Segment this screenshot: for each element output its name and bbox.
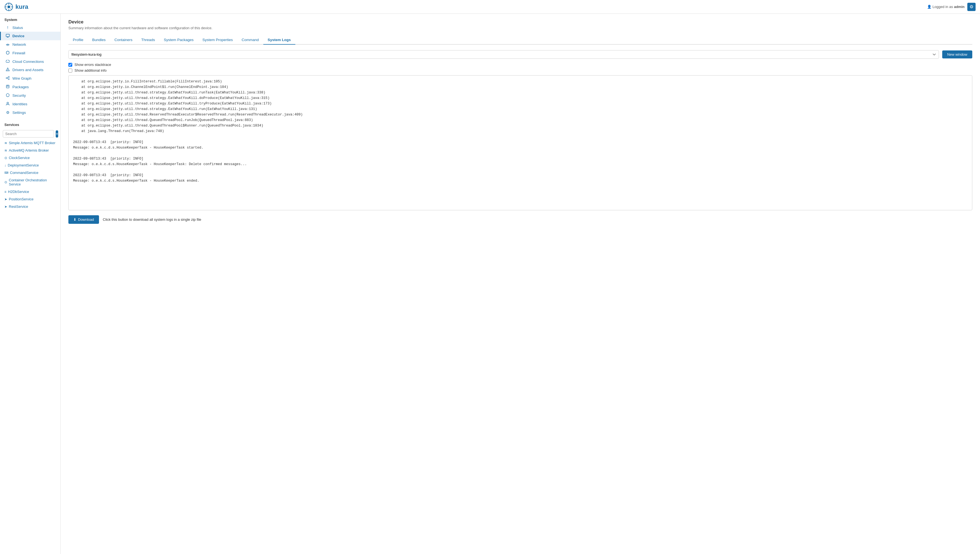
svg-point-16 [8,70,8,71]
sidebar-item-network[interactable]: Network [0,40,61,49]
sidebar-item-label: Identities [13,102,27,106]
status-icon: ! [5,25,10,30]
wire-graph-icon [5,76,10,81]
svg-line-8 [11,4,11,5]
sidebar-item-status[interactable]: ! Status [0,24,61,32]
svg-point-19 [8,78,10,80]
service-label: RestService [9,204,28,209]
download-row: ⬇ Download Click this button to download… [69,215,972,224]
tab-system-packages[interactable]: System Packages [159,35,198,45]
system-section-title: System [0,14,61,24]
service-label: DeploymentService [8,163,39,167]
service-label: Simple Artemis MQTT Broker [9,141,56,145]
sidebar-item-security[interactable]: Security [0,91,61,100]
service-item-container-orchestration[interactable]: ⊙ Container Orchestration Service [0,177,61,188]
tab-command[interactable]: Command [237,35,263,45]
tab-containers[interactable]: Containers [110,35,137,45]
device-icon [5,33,10,38]
firewall-icon [5,51,10,56]
sidebar-item-settings[interactable]: ⚙ Settings [0,108,61,116]
tab-system-logs[interactable]: System Logs [263,35,295,45]
service-icon: ≋ [5,148,7,153]
sidebar-item-label: Drivers and Assets [13,68,43,72]
sidebar-item-cloud-connections[interactable]: Cloud Connections [0,57,61,65]
service-label: PositionService [9,197,33,201]
tab-profile[interactable]: Profile [69,35,88,45]
add-service-button[interactable]: + [56,131,58,137]
cloud-icon [5,59,10,64]
service-item-h2db[interactable]: ≡ H2DbService [0,188,61,196]
download-icon: ⬇ [73,218,76,221]
service-icon: ≋ [5,141,7,145]
sidebar-item-drivers-assets[interactable]: Drivers and Assets [0,65,61,74]
tab-system-properties[interactable]: System Properties [198,35,237,45]
service-item-rest[interactable]: ➤ RestService [0,203,61,210]
sidebar-item-wire-graph[interactable]: Wire Graph [0,74,61,83]
packages-icon [5,84,10,89]
new-window-button[interactable]: New window [942,51,972,59]
svg-line-9 [6,8,7,10]
svg-point-25 [7,102,8,104]
download-label: Download [78,218,94,221]
svg-line-6 [6,4,7,5]
tab-threads[interactable]: Threads [137,35,159,45]
security-icon [5,93,10,98]
download-button[interactable]: ⬇ Download [69,215,99,224]
service-item-clock[interactable]: ⊙ ClockService [0,154,61,161]
sidebar-item-label: Packages [13,85,29,89]
svg-point-18 [8,76,10,78]
show-errors-stacktrace-checkbox[interactable] [69,63,72,67]
download-hint: Click this button to download all system… [103,218,201,221]
service-item-deployment[interactable]: ↓ DeploymentService [0,161,61,169]
sidebar-item-label: Status [13,25,23,30]
service-icon: ⊙ [5,156,7,160]
sidebar-item-label: Device [13,34,24,38]
service-label: ClockService [9,156,30,160]
sidebar-item-label: Cloud Connections [13,59,44,64]
page-title: Device [69,19,972,25]
services-section-title: Services [0,119,61,129]
service-icon: ➤ [5,197,7,201]
search-input[interactable] [3,130,54,137]
show-additional-info-checkbox[interactable] [69,68,72,73]
network-icon [5,42,10,47]
show-errors-stacktrace-label: Show errors stacktrace [75,62,111,67]
controls-row: filesystem-kura-log filesystem-kura-log-… [69,50,972,59]
service-icon: ↓ [5,164,6,167]
log-select[interactable]: filesystem-kura-log filesystem-kura-log-… [69,50,939,59]
svg-line-21 [7,78,8,79]
show-additional-info-label: Show additional info [75,68,107,73]
service-item-activemq[interactable]: ≋ ActiveMQ Artemis Broker [0,146,61,154]
app-body: System ! Status Device [0,14,980,554]
svg-rect-10 [6,34,10,37]
service-label: Container Orchestration Service [9,178,56,186]
sidebar-item-label: Settings [13,110,26,115]
topbar-right: 👤 Logged in as admin ⚙ [927,3,975,11]
svg-point-13 [8,46,8,46]
tab-bundles[interactable]: Bundles [88,35,110,45]
svg-point-17 [6,78,7,78]
svg-line-20 [7,77,8,78]
service-item-command[interactable]: ⌨ CommandService [0,169,61,177]
page-subtitle: Summary information about the current ha… [69,26,972,30]
service-label: ActiveMQ Artemis Broker [9,148,49,153]
sidebar-item-device[interactable]: Device [0,32,61,40]
gear-button[interactable]: ⚙ [967,3,975,11]
sidebar-item-packages[interactable]: Packages [0,83,61,91]
identities-icon [5,102,10,107]
show-additional-info-row: Show additional info [69,68,972,73]
sidebar-item-label: Wire Graph [13,76,32,81]
sidebar: System ! Status Device [0,14,61,554]
logged-in-label: 👤 Logged in as admin [927,5,964,9]
service-icon: ⊙ [5,180,7,184]
service-item-position[interactable]: ➤ PositionService [0,196,61,203]
sidebar-item-firewall[interactable]: Firewall [0,49,61,57]
service-icon: ➤ [5,205,7,209]
tab-bar: Profile Bundles Containers Threads Syste… [69,35,972,45]
service-icon: ≡ [5,190,6,194]
sidebar-item-identities[interactable]: Identities [0,100,61,108]
service-item-simple-artemis[interactable]: ≋ Simple Artemis MQTT Broker [0,139,61,146]
main-content: Device Summary information about the cur… [61,14,980,554]
service-label: CommandService [10,170,38,175]
logo-text: kura [16,3,28,11]
